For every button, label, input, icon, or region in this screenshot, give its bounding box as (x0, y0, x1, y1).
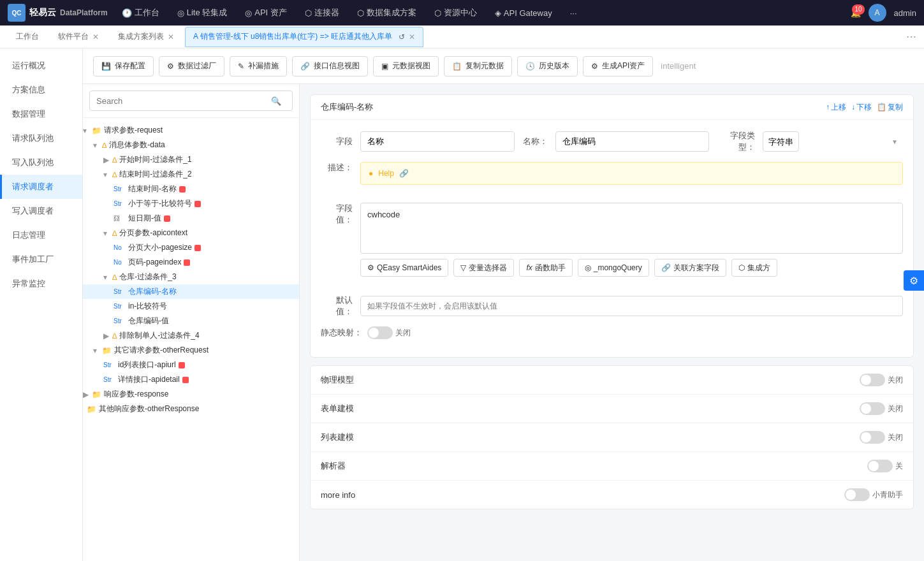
edge-settings-button[interactable]: ⚙ (904, 270, 924, 291)
resource-icon: ⬡ (434, 8, 441, 18)
integrate-button[interactable]: ⬡ 集成方 (731, 259, 777, 277)
node-label: id列表接口-apiurl (118, 360, 176, 370)
node-label: 仓库-过滤条件_3 (119, 272, 176, 282)
tree-node-warehouse-name[interactable]: Str 仓库编码-名称 (83, 284, 299, 299)
nav-api[interactable]: ◎ API 资产 (241, 4, 291, 21)
tree-node-exclude-filter[interactable]: ▶ ∆ 排除制单人-过滤条件_4 (83, 328, 299, 343)
tab-close-software[interactable]: ✕ (92, 33, 99, 41)
interface-view-button[interactable]: 🔗 接口信息视图 (292, 56, 368, 76)
tree-node-page-params[interactable]: ▾ ∆ 分页参数-apicontext (83, 226, 299, 240)
tree-node-short-date[interactable]: 囧 短日期-值 (83, 211, 299, 226)
tree-node-response-params[interactable]: ▶ 📁 响应参数-response (83, 387, 299, 402)
variable-selector-button[interactable]: ▽ 变量选择器 (453, 259, 514, 277)
sidebar-item-write-viewer[interactable]: 写入调度者 (0, 199, 82, 223)
platform-name: DataPlatform (60, 8, 108, 17)
sidebar-item-solution-info[interactable]: 方案信息 (0, 78, 82, 102)
flag-icon (194, 245, 201, 251)
sidebar-item-request-queue[interactable]: 请求队列池 (0, 126, 82, 150)
sidebar-item-log-management[interactable]: 日志管理 (0, 223, 82, 247)
toggle-knob (861, 375, 871, 385)
help-text: Help (378, 169, 394, 178)
list-model-label: 列表建模 (321, 432, 354, 443)
tree-node-in-operator[interactable]: Str in-比较符号 (83, 299, 299, 314)
integrate-icon: ⬡ (738, 263, 745, 272)
tree-node-request-params[interactable]: ▾ 📁 请求参数-request (83, 123, 299, 138)
sidebar-item-request-viewer[interactable]: 请求调度者 (0, 175, 82, 199)
tree-node-body-params[interactable]: ▾ ∆ 消息体参数-data (83, 138, 299, 152)
qeasy-smartaides-button[interactable]: ⚙ QEasy SmartAides (360, 259, 448, 277)
tree-node-end-time[interactable]: ▾ ∆ 结束时间-过滤条件_2 (83, 167, 299, 182)
tree-node-page-index[interactable]: Nо 页码-pageindex (83, 255, 299, 270)
list-model-toggle[interactable] (860, 431, 885, 444)
tree-node-detail-api[interactable]: Str 详情接口-apidetail (83, 372, 299, 387)
date-icon: 囧 (114, 214, 126, 223)
default-val-input[interactable] (360, 296, 903, 316)
intelligent-tab[interactable]: intelligent (661, 61, 696, 71)
nav-api-gateway[interactable]: ◈ API Gateway (491, 6, 556, 20)
node-label: 小于等于-比较符号 (128, 198, 192, 209)
sidebar-item-exception-monitor[interactable]: 异常监控 (0, 272, 82, 296)
tab-close-detail[interactable]: ✕ (409, 33, 415, 41)
save-config-button[interactable]: 💾 保存配置 (93, 56, 154, 76)
sidebar-item-overview[interactable]: 运行概况 (0, 54, 82, 78)
physical-model-toggle[interactable] (860, 374, 885, 386)
search-input[interactable] (89, 91, 293, 111)
tab-software-platform[interactable]: 软件平台 ✕ (50, 27, 107, 47)
sidebar-item-write-queue[interactable]: 写入队列池 (0, 150, 82, 175)
sidebar-item-data-management[interactable]: 数据管理 (0, 102, 82, 126)
nav-connector[interactable]: ⬡ 连接器 (301, 4, 343, 21)
notification-count: 10 (852, 4, 864, 15)
qeasy-icon: ⚙ (367, 263, 374, 272)
tree-node-other-request[interactable]: ▾ 📁 其它请求参数-otherRequest (83, 343, 299, 358)
form-model-toggle[interactable] (860, 402, 885, 415)
node-label: 开始时间-过滤条件_1 (119, 154, 191, 165)
search-icon[interactable]: 🔍 (271, 96, 281, 106)
move-up-button[interactable]: ↑ 上移 (826, 102, 846, 113)
tree-node-end-time-name[interactable]: Str 结束时间-名称 (83, 182, 299, 196)
sidebar-item-event-factory[interactable]: 事件加工厂 (0, 247, 82, 272)
metadata-view-button[interactable]: ▣ 元数据视图 (373, 56, 439, 76)
tree-node-warehouse-filter[interactable]: ▾ ∆ 仓库-过滤条件_3 (83, 270, 299, 284)
tree-node-page-size[interactable]: Nо 分页大小-pagesize (83, 240, 299, 255)
more-info-toggle[interactable] (844, 488, 870, 501)
tab-solution-list[interactable]: 集成方案列表 ✕ (110, 27, 182, 47)
nav-more[interactable]: ··· (566, 6, 581, 20)
static-mapping-toggle[interactable] (367, 326, 393, 339)
tree-node-warehouse-val[interactable]: Str 仓库编码-值 (83, 314, 299, 328)
tab-close-solution-list[interactable]: ✕ (168, 33, 174, 41)
mongo-query-button[interactable]: ◎ _mongoQuery (578, 259, 649, 277)
type-select[interactable]: 字符串 数字 布尔 日期 (763, 131, 799, 152)
field-input[interactable] (360, 131, 515, 152)
field-value-editor[interactable]: cwhcode (360, 203, 903, 254)
data-filter-button[interactable]: ⚙ 数据过滤厂 (159, 56, 224, 76)
move-down-button[interactable]: ↓ 下移 (851, 102, 872, 113)
related-field-button[interactable]: 🔗 关联方案字段 (654, 259, 726, 277)
tree-node-api-url[interactable]: Str id列表接口-apiurl (83, 358, 299, 372)
more-info-value: 小青助手 (872, 490, 903, 500)
function-helper-button[interactable]: fx 函数助手 (519, 259, 572, 277)
avatar[interactable]: A (869, 4, 886, 22)
generate-api-button[interactable]: ⚙ 生成API资产 (583, 56, 653, 76)
nav-lite[interactable]: ◎ Lite 轻集成 (173, 4, 231, 21)
copy-button[interactable]: 📋 复制 (877, 102, 903, 113)
tab-workbench[interactable]: 工作台 (8, 27, 47, 47)
tab-more-btn[interactable]: ⋯ (906, 31, 916, 43)
nav-data-solution[interactable]: ⬡ 数据集成方案 (353, 4, 420, 21)
tab-solution-detail[interactable]: A 销售管理-线下 u8销售出库单(红字) => 旺店通其他入库单 ↺ ✕ (185, 27, 423, 47)
tree-node-other-response[interactable]: 📁 其他响应参数-otherResponse (83, 402, 299, 416)
nav-workbench[interactable]: 🕐 工作台 (118, 4, 163, 21)
copy-metadata-button[interactable]: 📋 复制元数据 (444, 56, 512, 76)
tree-node-lte-operator[interactable]: Str 小于等于-比较符号 (83, 196, 299, 211)
panel-body: 字段 名称： 字段类型： 字符串 数字 布尔 日期 (311, 120, 913, 357)
tree-node-start-time[interactable]: ▶ ∆ 开始时间-过滤条件_1 (83, 152, 299, 167)
notification-bell[interactable]: 🔔 10 (851, 8, 861, 18)
panel-title: 仓库编码-名称 (321, 101, 373, 113)
history-button[interactable]: 🕓 历史版本 (517, 56, 578, 76)
parser-toggle[interactable] (867, 460, 893, 472)
name-input[interactable] (555, 131, 710, 152)
补漏措施-button[interactable]: ✎ 补漏措施 (230, 56, 287, 76)
tab-reload-icon[interactable]: ↺ (399, 33, 405, 41)
nav-resource[interactable]: ⬡ 资源中心 (430, 4, 481, 21)
main-layout: 运行概况 方案信息 数据管理 请求队列池 写入队列池 请求调度者 写入调度者 日… (0, 48, 924, 561)
logo[interactable]: QC 轻易云 DataPlatform (8, 4, 108, 22)
